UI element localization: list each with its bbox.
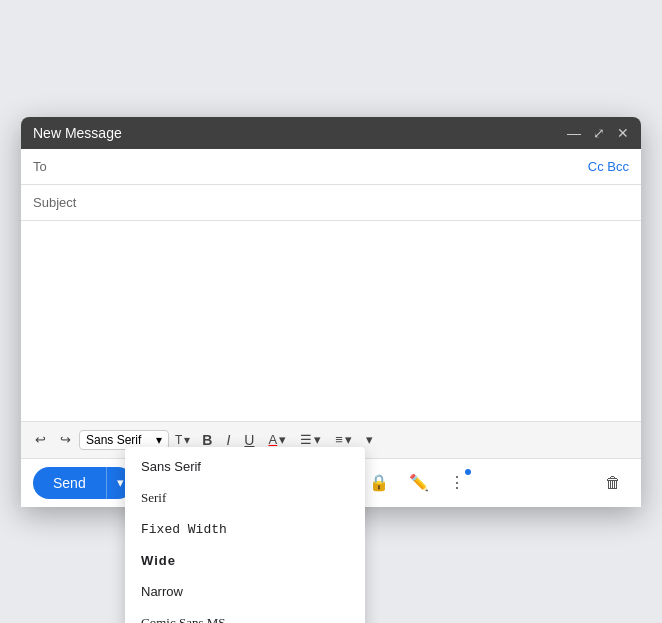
lock-icon: 🔒 [369, 473, 389, 492]
font-dropdown-menu: Sans SerifSerifFixed WidthWideNarrowComi… [125, 447, 365, 624]
pen-icon: ✏️ [409, 473, 429, 492]
more-options-wrap: ⋮ [441, 467, 473, 498]
undo-button[interactable]: ↩ [29, 428, 52, 451]
close-button[interactable]: ✕ [617, 125, 629, 141]
send-button-group: Send ▾ [33, 467, 134, 499]
title-bar: New Message — ⤢ ✕ [21, 117, 641, 149]
delete-button[interactable]: 🗑 [597, 468, 629, 498]
send-button[interactable]: Send [33, 467, 106, 499]
subject-field-row: Subject [21, 185, 641, 221]
to-label: To [33, 159, 93, 174]
lock-button[interactable]: 🔒 [361, 467, 397, 498]
more-options-icon: ⋮ [449, 473, 465, 492]
list-chevron-icon: ▾ [345, 432, 352, 447]
font-selector-chevron: ▾ [156, 433, 162, 447]
more-format-icon: ▾ [366, 432, 373, 447]
font-menu-item[interactable]: Comic Sans MS [125, 607, 365, 624]
window-actions: — ⤢ ✕ [567, 125, 629, 141]
minimize-button[interactable]: — [567, 125, 581, 141]
window-title: New Message [33, 125, 122, 141]
compose-window: New Message — ⤢ ✕ To Cc Bcc Subject ↩ ↪ … [21, 117, 641, 507]
message-body[interactable] [21, 221, 641, 421]
to-field-row: To Cc Bcc [21, 149, 641, 185]
trash-icon: 🗑 [605, 474, 621, 491]
align-icon: ☰ [300, 432, 312, 447]
subject-input[interactable] [93, 193, 629, 212]
font-selector-label: Sans Serif [86, 433, 141, 447]
cc-bcc-button[interactable]: Cc Bcc [588, 159, 629, 174]
subject-label: Subject [33, 195, 93, 210]
font-size-chevron-icon: ▾ [184, 433, 190, 447]
font-menu-item[interactable]: Wide [125, 545, 365, 576]
font-menu-item[interactable]: Fixed Width [125, 514, 365, 545]
font-color-chevron-icon: ▾ [279, 432, 286, 447]
maximize-button[interactable]: ⤢ [593, 125, 605, 141]
align-chevron-icon: ▾ [314, 432, 321, 447]
font-size-t-icon: T [175, 433, 182, 447]
redo-button[interactable]: ↪ [54, 428, 77, 451]
font-color-a-icon: A [268, 432, 277, 447]
font-menu-item[interactable]: Serif [125, 482, 365, 514]
to-input[interactable] [93, 157, 588, 176]
send-dropdown-chevron: ▾ [117, 475, 124, 490]
list-icon: ≡ [335, 432, 343, 447]
signature-button[interactable]: ✏️ [401, 467, 437, 498]
font-menu-item[interactable]: Sans Serif [125, 451, 365, 482]
font-menu-item[interactable]: Narrow [125, 576, 365, 607]
